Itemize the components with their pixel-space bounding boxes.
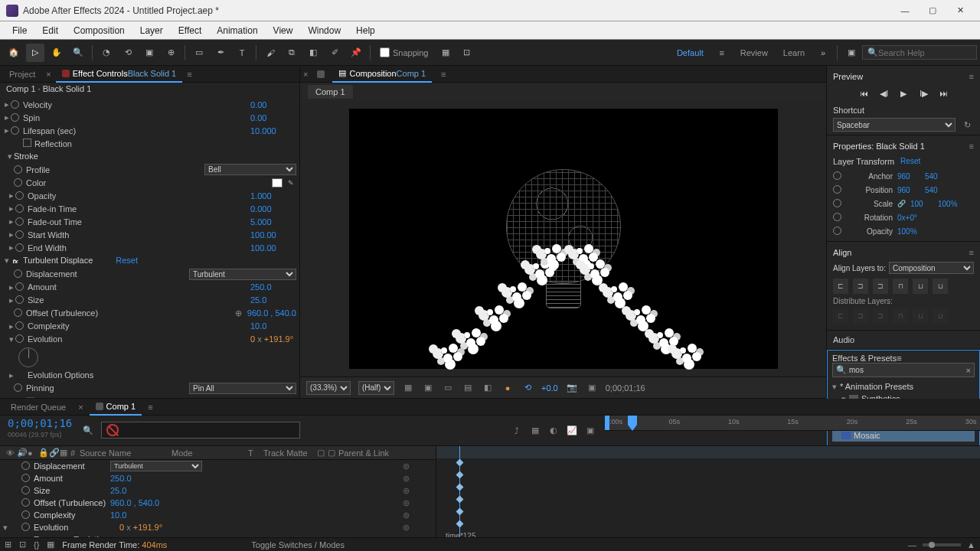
align-left-icon[interactable]: ⊏ — [833, 279, 848, 294]
prev-frame-button[interactable]: ◀Ⅰ — [877, 87, 890, 99]
composition-viewer[interactable]: (33.3%) (Half) ▦ ▣ ▭ ▤ ◧ ● ⟲ +0.0 📷 ▣ 0;… — [300, 101, 826, 398]
comp-breadcrumb[interactable]: Comp 1 — [308, 85, 353, 99]
motion-blur-icon[interactable]: ◐ — [547, 424, 560, 438]
snapping-checkbox[interactable] — [380, 47, 390, 57]
timeline-current-time[interactable]: 0;00;01;16 — [0, 416, 80, 431]
profile-select[interactable]: Bell — [204, 164, 296, 175]
workspace-default[interactable]: Default — [669, 45, 711, 60]
snap-align-icon[interactable]: ⊡ — [458, 44, 476, 62]
help-search[interactable]: 🔍 — [862, 45, 977, 60]
rotate-tool[interactable]: ⟲ — [119, 44, 137, 62]
menu-animation[interactable]: Animation — [209, 24, 265, 37]
home-button[interactable]: 🏠 — [5, 44, 23, 62]
audio-panel[interactable]: Audio — [827, 331, 980, 350]
reflection-checkbox[interactable] — [23, 139, 31, 147]
snapping-toggle[interactable]: Snapping — [380, 47, 429, 57]
expression-text[interactable]: time*125 — [446, 532, 475, 537]
roto-tool[interactable]: ✐ — [325, 44, 344, 62]
current-time[interactable]: 0;00;01;16 — [606, 383, 645, 393]
timeline-search-icon[interactable]: 🔍 — [83, 425, 93, 435]
clear-search-icon[interactable]: × — [966, 366, 971, 375]
guides-icon[interactable]: ▤ — [462, 382, 474, 394]
clone-tool[interactable]: ⧉ — [283, 44, 301, 62]
zoom-tool[interactable]: 🔍 — [69, 44, 87, 62]
reset-transform[interactable]: Reset — [900, 157, 920, 166]
workspace-more-icon[interactable]: » — [814, 44, 832, 62]
menu-file[interactable]: File — [5, 24, 34, 37]
shy-icon[interactable]: ⤴ — [510, 424, 524, 438]
align-vcenter-icon[interactable]: ⊔ — [913, 279, 928, 294]
puppet-tool[interactable]: 📌 — [347, 44, 365, 62]
region-icon[interactable]: ▭ — [442, 382, 454, 394]
footer-icon[interactable]: ⊞ — [5, 540, 11, 549]
menu-composition[interactable]: Composition — [66, 24, 132, 37]
pan-behind-tool[interactable]: ⊕ — [162, 44, 180, 62]
help-search-input[interactable] — [878, 48, 972, 57]
zoom-slider[interactable] — [923, 543, 961, 546]
menu-edit[interactable]: Edit — [34, 24, 66, 37]
timeline-search[interactable] — [101, 422, 300, 439]
pickwhip-icon[interactable]: ⊚ — [403, 461, 433, 471]
magnification-select[interactable]: (33.3%) — [306, 381, 351, 395]
snapshot-icon[interactable]: 📷 — [566, 382, 578, 394]
menu-window[interactable]: Window — [300, 24, 348, 37]
menu-help[interactable]: Help — [348, 24, 383, 37]
playhead[interactable] — [628, 416, 637, 431]
show-snapshot-icon[interactable]: ▣ — [586, 382, 598, 394]
crosshair-icon[interactable]: ⊕ — [235, 308, 247, 318]
channel-icon[interactable]: ◧ — [482, 382, 494, 394]
close-button[interactable]: ✕ — [946, 0, 974, 21]
toggle-switches-modes[interactable]: Toggle Switches / Modes — [251, 540, 345, 549]
eyedropper-icon[interactable]: ✎ — [286, 178, 296, 187]
rectangle-tool[interactable]: ▭ — [190, 44, 208, 62]
link-icon[interactable]: 🔗 — [897, 200, 906, 207]
hand-tool[interactable]: ✋ — [47, 44, 66, 62]
transparency-grid-icon[interactable]: ▦ — [402, 382, 414, 394]
reset-effect[interactable]: Reset — [116, 256, 138, 265]
fx-icon[interactable]: fx — [11, 257, 20, 266]
camera-tool[interactable]: ▣ — [140, 44, 158, 62]
footer-icon[interactable]: ⊡ — [19, 540, 26, 549]
graph-editor-icon[interactable]: 📈 — [565, 424, 579, 438]
last-frame-button[interactable]: ⏭ — [937, 87, 949, 99]
align-right-icon[interactable]: ⊐ — [873, 279, 888, 294]
reset-exposure-icon[interactable]: ⟲ — [521, 382, 534, 394]
workspace-review[interactable]: Review — [733, 45, 776, 60]
workspace-menu-icon[interactable]: ≡ — [713, 44, 731, 62]
frame-blend-icon[interactable]: ▦ — [528, 424, 542, 438]
brush-tool[interactable]: 🖌 — [261, 44, 279, 62]
share-icon[interactable]: ▣ — [842, 44, 861, 62]
maximize-button[interactable]: ▢ — [919, 0, 946, 21]
loop-icon[interactable]: ↻ — [960, 118, 974, 132]
stopwatch-icon[interactable] — [11, 100, 20, 109]
shortcut-select[interactable]: Spacebar — [833, 118, 956, 132]
zoom-in-icon[interactable]: ▲ — [967, 540, 975, 549]
exposure-value[interactable]: +0.0 — [541, 383, 558, 393]
time-ruler[interactable]: :00s 05s 10s 15s 20s 25s 30s — [605, 416, 980, 431]
minimize-button[interactable]: — — [891, 0, 919, 21]
orbit-tool[interactable]: ◔ — [97, 44, 116, 62]
footer-icon[interactable]: ▦ — [47, 540, 54, 549]
evolution-dial[interactable] — [18, 347, 38, 367]
tab-composition[interactable]: ▤ Composition Comp 1 — [332, 66, 432, 83]
type-tool[interactable]: T — [233, 44, 251, 62]
tab-render-queue[interactable]: Render Queue — [5, 399, 72, 416]
align-bottom-icon[interactable]: ⊔ — [933, 279, 948, 294]
draft3d-icon[interactable]: ▣ — [583, 424, 597, 438]
workspace-learn[interactable]: Learn — [776, 45, 812, 60]
pinning-select[interactable]: Pin All — [189, 383, 296, 394]
tab-project[interactable]: Project — [3, 66, 41, 83]
color-mgmt-icon[interactable]: ● — [501, 382, 514, 394]
menu-effect[interactable]: Effect — [171, 24, 209, 37]
panel-menu-icon[interactable]: ≡ — [969, 72, 974, 81]
tab-timeline-comp[interactable]: Comp 1 — [90, 399, 142, 416]
footer-icon[interactable]: {} — [34, 540, 39, 549]
first-frame-button[interactable]: ⏮ — [858, 87, 870, 99]
align-target-select[interactable]: Composition — [889, 262, 974, 274]
color-swatch[interactable] — [272, 178, 283, 187]
selection-tool[interactable]: ▷ — [26, 44, 44, 62]
resolution-select[interactable]: (Half) — [358, 381, 394, 395]
pen-tool[interactable]: ✒ — [211, 44, 230, 62]
zoom-out-icon[interactable]: — — [908, 540, 916, 549]
next-frame-button[interactable]: Ⅰ▶ — [917, 87, 929, 99]
